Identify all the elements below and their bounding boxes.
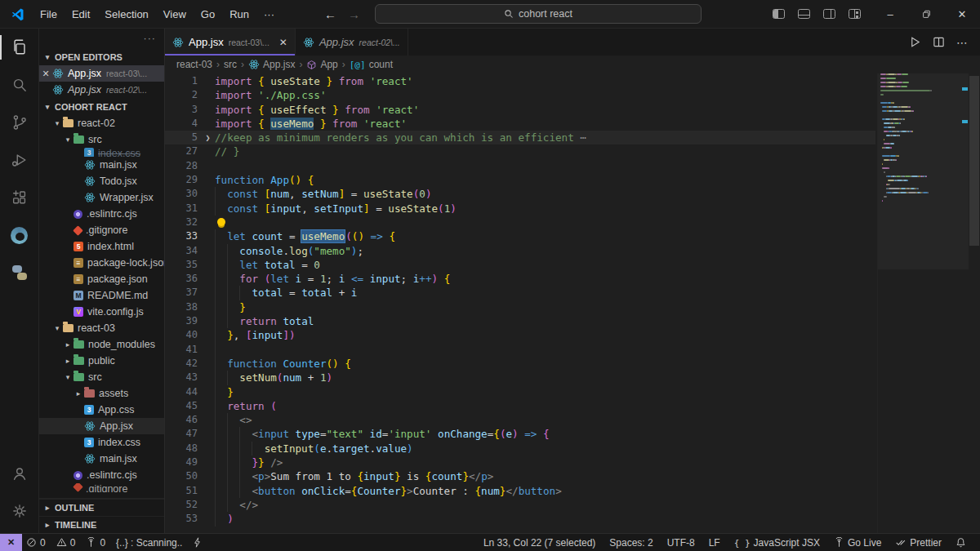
menu-[interactable]: ···	[256, 8, 282, 20]
tree-item-readme.md[interactable]: MREADME.md	[39, 287, 164, 304]
open-editors-header[interactable]: ▾ OPEN EDITORS	[39, 48, 164, 65]
toggle-panel-icon[interactable]	[798, 9, 810, 19]
toggle-secondary-sidebar-icon[interactable]	[823, 9, 835, 19]
tree-item-index.html[interactable]: 5index.html	[39, 238, 164, 255]
code-line-3[interactable]: 3import { useEffect } from 'react'	[165, 103, 875, 117]
statusbar-spell-checker[interactable]: {..} : Scanning..	[112, 534, 186, 551]
scrollbar-thumb[interactable]	[969, 76, 979, 246]
statusbar-indentation[interactable]: Spaces: 2	[605, 534, 657, 551]
tree-item-public[interactable]: ▸public	[39, 353, 164, 369]
code-line-53[interactable]: 53)	[165, 512, 875, 526]
tree-item-src[interactable]: ▾src	[39, 369, 164, 385]
split-editor-icon[interactable]	[933, 36, 945, 48]
code-line-44[interactable]: 44}	[165, 385, 875, 399]
explorer-more-actions-icon[interactable]: ···	[144, 33, 157, 44]
breadcrumb-app.jsx[interactable]: App.jsx	[248, 59, 295, 70]
tree-item-.gitignore[interactable]: .gitignore	[39, 222, 164, 238]
tree-item-index.css[interactable]: 3index.css	[39, 148, 164, 157]
statusbar-problems-errors[interactable]: 0	[22, 534, 50, 551]
code-line-38[interactable]: 38}	[165, 300, 875, 314]
statusbar-code-actions[interactable]	[189, 534, 206, 551]
accounts-icon[interactable]	[0, 455, 39, 492]
close-button[interactable]: ✕	[944, 0, 980, 29]
breadcrumb-src[interactable]: src	[224, 59, 237, 70]
run-and-debug-icon[interactable]	[0, 141, 39, 179]
code-line-31[interactable]: 31const [input, setInput] = useState(1)	[165, 202, 875, 216]
back-arrow-icon[interactable]: ←	[324, 7, 336, 21]
code-line-48[interactable]: 48setInput(e.target.value)	[165, 442, 875, 455]
tree-item-package.json[interactable]: ≡package.json	[39, 271, 164, 287]
statusbar-prettier[interactable]: Prettier	[891, 534, 946, 551]
tree-item-react-03[interactable]: ▾react-03	[39, 320, 164, 336]
tree-item-package-lock.json[interactable]: ≡package-lock.json	[39, 255, 164, 271]
tree-item-.eslintrc.cjs[interactable]: .eslintrc.cjs	[39, 206, 164, 222]
tree-item-app.jsx[interactable]: App.jsx	[39, 418, 164, 434]
toggle-sidebar-icon[interactable]	[773, 9, 785, 19]
tree-item-main.jsx[interactable]: main.jsx	[39, 157, 164, 173]
code-line-2[interactable]: 2import './App.css'	[165, 88, 875, 102]
code-line-5[interactable]: 5❯//keep as minimum renders as you can w…	[165, 131, 875, 144]
statusbar-language-mode[interactable]: { }JavaScript JSX	[730, 534, 824, 551]
breadcrumb-app[interactable]: App	[306, 59, 337, 70]
close-icon[interactable]: ✕	[39, 69, 52, 79]
tree-item-wrapper.jsx[interactable]: Wrapper.jsx	[39, 189, 164, 206]
minimize-button[interactable]: –	[872, 0, 908, 29]
menu-run[interactable]: Run	[222, 8, 256, 20]
forward-arrow-icon[interactable]: →	[348, 7, 360, 21]
tree-item-node_modules[interactable]: ▸node_modules	[39, 336, 164, 353]
timeline-header[interactable]: ▸ TIMELINE	[39, 516, 164, 533]
code-line-45[interactable]: 45return (	[165, 399, 875, 413]
statusbar-go-live[interactable]: Go Live	[830, 534, 885, 551]
code-line-50[interactable]: 50<p>Sum from 1 to {input} is {count}</p…	[165, 469, 875, 483]
command-center-search[interactable]: cohort react	[375, 4, 702, 24]
tree-item-index.css[interactable]: 3index.css	[39, 434, 164, 451]
code-line-43[interactable]: 43setNum(num + 1)	[165, 371, 875, 384]
code-line-36[interactable]: 36for (let i = 1; i <= input; i++) {	[165, 272, 875, 286]
python-icon[interactable]	[0, 254, 39, 291]
tree-item-vite.config.js[interactable]: Vvite.config.js	[39, 304, 164, 320]
menu-view[interactable]: View	[156, 8, 194, 20]
statusbar-encoding[interactable]: UTF-8	[663, 534, 699, 551]
menu-selection[interactable]: Selection	[97, 8, 155, 20]
code-line-47[interactable]: 47<input type="text" id='input' onChange…	[165, 427, 875, 441]
code-line-39[interactable]: 39return total	[165, 314, 875, 328]
tree-item-.gitignore[interactable]: .gitignore	[39, 483, 164, 492]
statusbar-cursor-position[interactable]: Ln 33, Col 22 (7 selected)	[479, 534, 599, 551]
tree-item-assets[interactable]: ▸assets	[39, 385, 164, 402]
open-editor-app.jsx[interactable]: ✕App.jsxreact-03\...	[39, 65, 164, 82]
statusbar-ports[interactable]: 0	[82, 534, 109, 551]
code-line-1[interactable]: 1import { useState } from 'react'	[165, 74, 875, 88]
code-line-27[interactable]: 27// }	[165, 144, 875, 158]
code-line-29[interactable]: 29function App() {	[165, 173, 875, 187]
tree-item-react-02[interactable]: ▾react-02	[39, 115, 164, 131]
tab-app.jsx[interactable]: App.jsxreact-03\...✕	[165, 29, 296, 56]
tree-item-src[interactable]: ▾src	[39, 131, 164, 148]
explorer-icon[interactable]	[0, 29, 39, 66]
code-line-4[interactable]: 4import { useMemo } from 'react'	[165, 117, 875, 131]
source-control-icon[interactable]	[0, 104, 39, 141]
code-line-51[interactable]: 51<button onClick={Counter}>Counter : {n…	[165, 484, 875, 498]
run-icon[interactable]	[909, 36, 921, 48]
minimap[interactable]	[877, 73, 969, 533]
search-icon[interactable]	[0, 66, 39, 104]
code-line-34[interactable]: 34console.log("memo");	[165, 244, 875, 258]
code-line-42[interactable]: 42function Counter() {	[165, 357, 875, 371]
code-line-35[interactable]: 35let total = 0	[165, 258, 875, 272]
code-line-49[interactable]: 49}} />	[165, 455, 875, 469]
open-editor-app.jsx[interactable]: App.jsxreact-02\...	[39, 82, 164, 98]
menu-edit[interactable]: Edit	[65, 8, 97, 20]
breadcrumb-count[interactable]: [@]count	[350, 59, 393, 70]
lightbulb-icon[interactable]	[217, 218, 225, 226]
statusbar-eol[interactable]: LF	[705, 534, 724, 551]
tree-item-main.jsx[interactable]: main.jsx	[39, 451, 164, 467]
workspace-header[interactable]: ▾ COHORT REACT	[39, 98, 164, 115]
code-editor[interactable]: 1import { useState } from 'react'2import…	[165, 73, 980, 533]
code-line-40[interactable]: 40}, [input])	[165, 328, 875, 342]
remote-indicator[interactable]: ✕	[0, 534, 22, 551]
tab-close-icon[interactable]: ✕	[279, 37, 287, 48]
code-line-30[interactable]: 30const [num, setNum] = useState(0)	[165, 187, 875, 201]
customize-layout-icon[interactable]	[849, 9, 861, 19]
vertical-scrollbar[interactable]	[969, 73, 980, 533]
edge-devtools-icon[interactable]	[0, 216, 39, 254]
breadcrumb-react-03[interactable]: react-03	[176, 59, 212, 70]
